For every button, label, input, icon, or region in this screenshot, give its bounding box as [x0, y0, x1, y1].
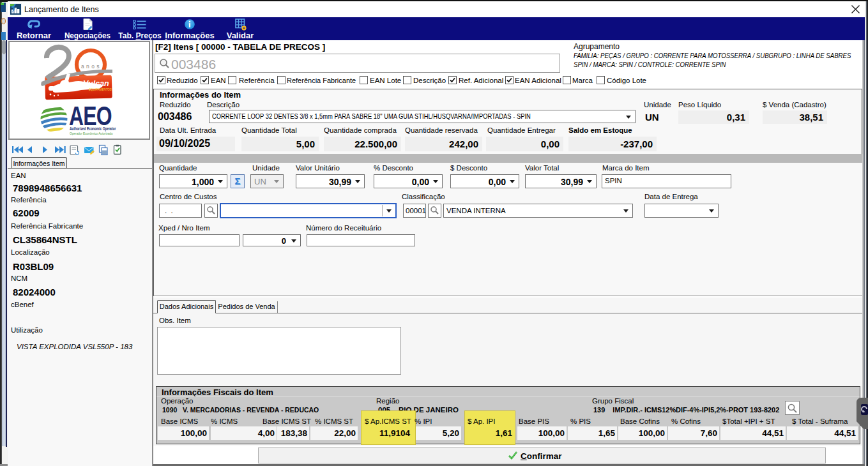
- svg-text:EQUIPAMENTOS: EQUIPAMENTOS: [89, 88, 112, 91]
- svg-text:Operador Econômico Autorizado: Operador Econômico Autorizado: [70, 131, 113, 135]
- svg-text:Vulcan: Vulcan: [83, 79, 109, 88]
- svg-text:a n o s: a n o s: [81, 63, 100, 70]
- svg-text:Authorized Economic Operator: Authorized Economic Operator: [70, 126, 116, 131]
